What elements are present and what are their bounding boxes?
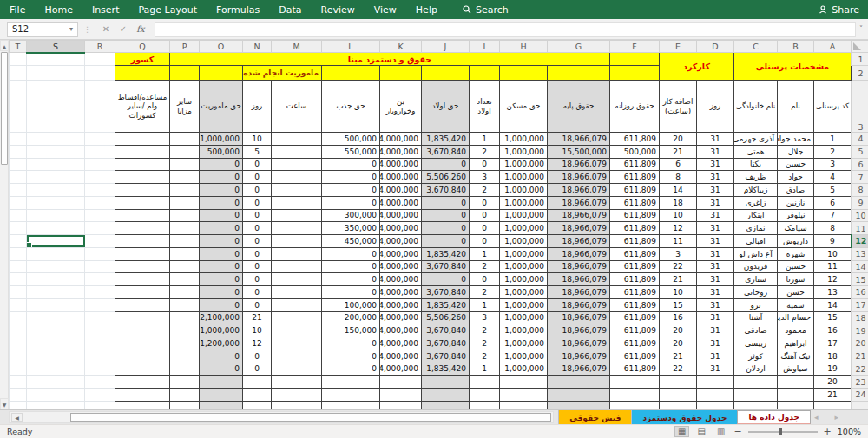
cell-N4[interactable]: 10 bbox=[243, 133, 272, 146]
cell-C14[interactable]: فریدون bbox=[734, 260, 778, 273]
row-header-6[interactable]: 6 bbox=[852, 158, 868, 171]
cell-B15[interactable]: سورنا bbox=[778, 273, 814, 286]
cell-T19[interactable] bbox=[10, 324, 27, 337]
cell-R11[interactable] bbox=[85, 222, 115, 235]
cell-D8[interactable]: 31 bbox=[697, 184, 734, 197]
cell-Q8[interactable] bbox=[115, 184, 170, 197]
cell-T17[interactable] bbox=[10, 298, 27, 311]
column-header-A[interactable]: A bbox=[814, 41, 852, 53]
cell-P10[interactable] bbox=[170, 209, 200, 222]
cell-D6[interactable]: 31 bbox=[697, 158, 734, 171]
ribbon-tab-file[interactable]: File bbox=[0, 0, 35, 19]
cell-S11[interactable] bbox=[27, 222, 85, 235]
column-title-I[interactable]: تعداد اولاد bbox=[470, 81, 500, 133]
zoom-slider-thumb[interactable] bbox=[779, 428, 782, 435]
cell-O23[interactable] bbox=[200, 376, 243, 389]
cell-D10[interactable]: 31 bbox=[697, 209, 734, 222]
cell-M9[interactable] bbox=[272, 196, 322, 209]
cell-G22[interactable]: 18,966,079 bbox=[548, 363, 610, 376]
cell-J22[interactable]: 1,835,420 bbox=[422, 363, 470, 376]
column-header-R[interactable]: R bbox=[85, 41, 115, 53]
cell-N6[interactable]: 0 bbox=[243, 158, 272, 171]
cell-E20[interactable]: 20 bbox=[660, 337, 697, 350]
cell-L13[interactable]: 0 bbox=[322, 247, 380, 260]
cell-F8[interactable]: 611,809 bbox=[610, 184, 660, 197]
cell-I2[interactable] bbox=[470, 66, 500, 81]
cell-M24[interactable] bbox=[272, 389, 322, 402]
sheet-tab-2[interactable]: جدول حقوق ودستمزد bbox=[631, 410, 737, 425]
cell-P8[interactable] bbox=[170, 184, 200, 197]
row-header-7[interactable]: 7 bbox=[852, 171, 868, 184]
cell-A18[interactable]: 15 bbox=[814, 311, 852, 324]
cell-B24[interactable] bbox=[778, 389, 814, 402]
cell-B19[interactable]: محمود bbox=[778, 324, 814, 337]
cell-S1[interactable] bbox=[27, 53, 85, 66]
cell-T9[interactable] bbox=[10, 196, 27, 209]
cell-O10[interactable]: 0 bbox=[200, 209, 243, 222]
row-header-1[interactable]: 1 bbox=[852, 53, 868, 66]
row-header-25[interactable] bbox=[852, 401, 868, 409]
cell-C12[interactable]: اقبالی bbox=[734, 235, 778, 248]
cell-L17[interactable]: 100,000 bbox=[322, 298, 380, 311]
cell-Q15[interactable] bbox=[115, 273, 170, 286]
cell-F12[interactable]: 611,809 bbox=[610, 235, 660, 248]
ribbon-tab-view[interactable]: View bbox=[365, 0, 406, 19]
cell-C22[interactable]: اردلان bbox=[734, 363, 778, 376]
cell-I7[interactable]: 3 bbox=[470, 171, 500, 184]
cell-S22[interactable] bbox=[27, 363, 85, 376]
cell-M8[interactable] bbox=[272, 184, 322, 197]
cell-R19[interactable] bbox=[85, 324, 115, 337]
cell-Q2[interactable] bbox=[115, 66, 170, 81]
cell-B25[interactable] bbox=[778, 401, 814, 409]
cell-B23[interactable] bbox=[778, 376, 814, 389]
cell-I19[interactable]: 2 bbox=[470, 324, 500, 337]
cell-R5[interactable] bbox=[85, 145, 115, 158]
cell-F11[interactable]: 611,809 bbox=[610, 222, 660, 235]
cell-E5[interactable]: 21 bbox=[660, 145, 697, 158]
cell-L12[interactable]: 450,000 bbox=[322, 235, 380, 248]
cell-B12[interactable]: داریوش bbox=[778, 235, 814, 248]
cell-P18[interactable] bbox=[170, 311, 200, 324]
cell-P14[interactable] bbox=[170, 260, 200, 273]
cell-N21[interactable]: 0 bbox=[243, 350, 272, 363]
cell-L16[interactable]: 0 bbox=[322, 286, 380, 299]
cell-D17[interactable]: 31 bbox=[697, 298, 734, 311]
cell-K2[interactable] bbox=[380, 66, 422, 81]
cell-B20[interactable]: ابراهیم bbox=[778, 337, 814, 350]
cell-K23[interactable] bbox=[380, 376, 422, 389]
cell-L20[interactable]: 0 bbox=[322, 337, 380, 350]
cell-A10[interactable]: 7 bbox=[814, 209, 852, 222]
cell-P5[interactable] bbox=[170, 145, 200, 158]
cell-C5[interactable]: همتی bbox=[734, 145, 778, 158]
cell-A16[interactable]: 13 bbox=[814, 286, 852, 299]
cell-G7[interactable]: 18,966,079 bbox=[548, 171, 610, 184]
cell-T12[interactable] bbox=[10, 235, 27, 248]
cell-R13[interactable] bbox=[85, 247, 115, 260]
column-header-J[interactable]: J bbox=[422, 41, 470, 53]
cell-H19[interactable]: 1,000,000 bbox=[500, 324, 548, 337]
cell-L11[interactable]: 350,000 bbox=[322, 222, 380, 235]
cell-H5[interactable]: 1,000,000 bbox=[500, 145, 548, 158]
cell-T2[interactable] bbox=[10, 66, 27, 81]
cell-A20[interactable]: 17 bbox=[814, 337, 852, 350]
cell-S17[interactable] bbox=[27, 298, 85, 311]
cell-I21[interactable]: 2 bbox=[470, 350, 500, 363]
cell-C8[interactable]: زیباکلام bbox=[734, 184, 778, 197]
row-header-21[interactable]: 21 bbox=[852, 350, 868, 363]
cell-A14[interactable]: 11 bbox=[814, 260, 852, 273]
cell-E22[interactable]: 22 bbox=[660, 363, 697, 376]
cell-A6[interactable]: 3 bbox=[814, 158, 852, 171]
group-header-personnel[interactable]: مشخصات پرسنلی bbox=[734, 53, 852, 81]
column-header-B[interactable]: B bbox=[778, 41, 814, 53]
cell-O24[interactable] bbox=[200, 389, 243, 402]
cell-S2[interactable] bbox=[27, 66, 85, 81]
cell-S19[interactable] bbox=[27, 324, 85, 337]
cell-R22[interactable] bbox=[85, 363, 115, 376]
cell-T18[interactable] bbox=[10, 311, 27, 324]
column-title-A[interactable]: کد پرسنلی bbox=[814, 81, 852, 133]
row-header-13[interactable]: 13 bbox=[852, 247, 868, 260]
cell-M20[interactable] bbox=[272, 337, 322, 350]
cell-M12[interactable] bbox=[272, 235, 322, 248]
cell-S10[interactable] bbox=[27, 209, 85, 222]
cell-I14[interactable]: 2 bbox=[470, 260, 500, 273]
